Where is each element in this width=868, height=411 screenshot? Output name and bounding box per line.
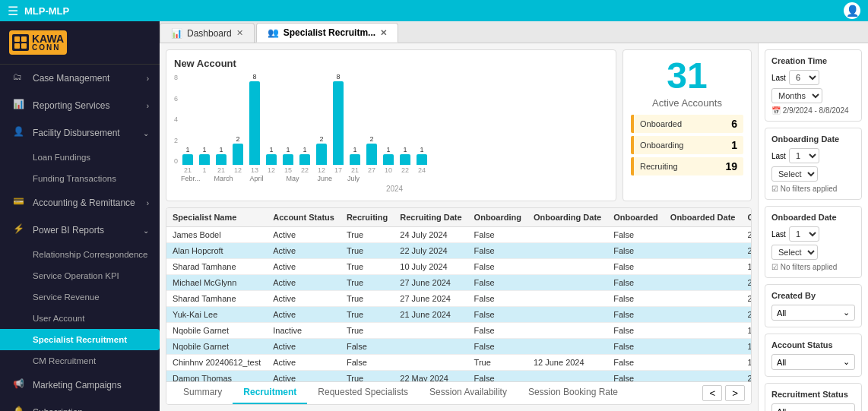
table-body: James Bodel Active True 24 July 2024 Fal… bbox=[166, 227, 751, 382]
sidebar-item-label: Reporting Services bbox=[33, 100, 109, 111]
top-bar-left: ☰ MLP-MLP bbox=[8, 4, 69, 18]
bottom-tab-summary[interactable]: Summary bbox=[173, 382, 233, 404]
onboarding-date-note: ☑ No filters applied bbox=[771, 185, 855, 193]
filter-created-by: Created By All ⌄ bbox=[765, 284, 862, 327]
filter-recruitment-status-title: Recruitment Status bbox=[771, 390, 855, 399]
sidebar-item-relationship-correspondence[interactable]: Relationship Correspondence bbox=[0, 244, 160, 265]
sidebar: KAWA CONN 🗂 Case Management › 📊 Reportin… bbox=[0, 21, 160, 411]
tab-dashboard-icon: 📊 bbox=[171, 28, 182, 39]
sidebar-item-label: CM Recruitment bbox=[33, 356, 96, 365]
chart-and-stats-row: New Account 8 6 4 2 0 bbox=[166, 49, 752, 201]
subscription-icon: 🔔 bbox=[13, 406, 27, 411]
col-account-status: Account Status bbox=[267, 208, 341, 227]
sidebar-item-user-account[interactable]: User Account bbox=[0, 308, 160, 329]
main-content: New Account 8 6 4 2 0 bbox=[160, 43, 868, 411]
tab-specialist-close[interactable]: ✕ bbox=[380, 28, 387, 38]
accounting-icon: 💳 bbox=[13, 196, 27, 210]
top-bar: ☰ MLP-MLP 👤 bbox=[0, 0, 868, 21]
hamburger-icon[interactable]: ☰ bbox=[8, 4, 18, 18]
col-onboarding-date: Onboarding Date bbox=[527, 208, 607, 227]
filter-created-by-title: Created By bbox=[771, 291, 855, 300]
chart-bar: 8 bbox=[248, 74, 261, 165]
table-row: Nqobile Garnet Active False False False … bbox=[166, 339, 751, 355]
account-status-dropdown[interactable]: All ⌄ bbox=[771, 354, 855, 370]
status-list: Onboarded 6 Onboarding 1 Recruiting 19 bbox=[631, 115, 743, 179]
bottom-tab-session-availability[interactable]: Session Availability bbox=[419, 382, 518, 404]
chart-bar: 1 bbox=[181, 146, 195, 165]
filter-creation-time-title: Creation Time bbox=[771, 56, 855, 65]
sidebar-item-service-operation-kpi[interactable]: Service Operation KPI bbox=[0, 265, 160, 286]
chart-bar: 1 bbox=[198, 146, 211, 165]
sidebar-item-facility-disbursement[interactable]: 👤 Facility Disbursement ⌄ bbox=[0, 119, 160, 147]
creation-time-unit-select[interactable]: Months bbox=[771, 88, 822, 103]
sidebar-item-label: Service Revenue bbox=[33, 292, 100, 302]
onboarded-date-note: ☑ No filters applied bbox=[771, 263, 855, 271]
table-row: Sharad Tamhane Active True 10 July 2024 … bbox=[166, 259, 751, 275]
col-specialist-name: Specialist Name bbox=[166, 208, 267, 227]
sidebar-item-cm-recruitment[interactable]: CM Recruitment bbox=[0, 350, 160, 371]
right-panel: Creation Time Last 6 Months 📅 2/9/2024 - bbox=[758, 43, 868, 411]
table-wrapper[interactable]: Specialist Name Account Status Recruitin… bbox=[166, 208, 751, 381]
table-row: Nqobile Garnet Inactive True False False… bbox=[166, 323, 751, 339]
chart-bar: 1 bbox=[382, 146, 395, 165]
chevron-down-icon: ⌄ bbox=[843, 406, 850, 411]
onboarded-date-unit-select[interactable]: Select bbox=[771, 245, 818, 260]
active-label: Active Accounts bbox=[652, 97, 722, 109]
chart-bar: 8 bbox=[331, 74, 345, 165]
pagination-prev[interactable]: < bbox=[702, 385, 722, 401]
bottom-tab-recruitment[interactable]: Recruitment bbox=[233, 382, 307, 404]
pagination-next[interactable]: > bbox=[725, 385, 745, 401]
sidebar-item-power-bi-reports[interactable]: ⚡ Power BI Reports ⌄ bbox=[0, 217, 160, 244]
status-onboarding: Onboarding 1 bbox=[631, 136, 743, 154]
chart-bar: 2 bbox=[365, 135, 379, 165]
chevron-down-icon: ⌄ bbox=[843, 308, 850, 318]
filter-recruitment-status: Recruitment Status All ⌄ bbox=[765, 383, 862, 411]
table-row: Chinhnv 20240612_test Active False True … bbox=[166, 355, 751, 371]
creation-time-value-select[interactable]: 6 bbox=[789, 70, 819, 85]
content-area: 📊 Dashboard ✕ 👥 Specialist Recruitm... ✕ bbox=[160, 21, 868, 411]
filter-onboarded-date-row: Last 1 Select bbox=[771, 226, 855, 260]
sidebar-item-case-management[interactable]: 🗂 Case Management › bbox=[0, 65, 160, 92]
bottom-tab-session-booking-rate[interactable]: Session Booking Rate bbox=[518, 382, 629, 404]
created-by-dropdown[interactable]: All ⌄ bbox=[771, 305, 855, 321]
logo-area: KAWA CONN bbox=[0, 21, 160, 65]
tab-dashboard[interactable]: 📊 Dashboard ✕ bbox=[160, 23, 255, 43]
bottom-tab-requested-specialists[interactable]: Requested Specialists bbox=[307, 382, 419, 404]
sidebar-item-label: Case Management bbox=[33, 73, 109, 84]
sidebar-item-accounting-remittance[interactable]: 💳 Accounting & Remittance › bbox=[0, 189, 160, 217]
tab-specialist-label: Specialist Recruitm... bbox=[284, 27, 375, 38]
sidebar-item-loan-fundings[interactable]: Loan Fundings bbox=[0, 147, 160, 168]
center-panel: New Account 8 6 4 2 0 bbox=[160, 43, 758, 411]
onboarded-date-value-select[interactable]: 1 bbox=[789, 226, 819, 242]
sidebar-item-funding-transactions[interactable]: Funding Transactions bbox=[0, 168, 160, 189]
col-onboarding: Onboarding bbox=[468, 208, 527, 227]
onboarding-date-unit-select[interactable]: Select bbox=[771, 166, 818, 182]
sidebar-item-label: Marketing Campaigns bbox=[33, 380, 122, 390]
onboarding-date-value-select[interactable]: 1 bbox=[789, 148, 819, 163]
table-section: Specialist Name Account Status Recruitin… bbox=[166, 207, 752, 405]
recruitment-status-dropdown[interactable]: All ⌄ bbox=[771, 403, 855, 411]
chevron-down-icon: ⌄ bbox=[143, 129, 149, 138]
col-onboarded-date: Onboarded Date bbox=[664, 208, 742, 227]
pagination: < > bbox=[702, 382, 745, 404]
tab-specialist-recruitment[interactable]: 👥 Specialist Recruitm... ✕ bbox=[256, 23, 398, 43]
filter-onboarding-date-title: Onboarding Date bbox=[771, 134, 855, 144]
filter-onboarded-date-title: Onboarded Date bbox=[771, 213, 855, 222]
sidebar-item-reporting-services[interactable]: 📊 Reporting Services › bbox=[0, 92, 160, 119]
col-created-date: Created Date bbox=[741, 208, 751, 227]
sidebar-item-label: Service Operation KPI bbox=[33, 271, 119, 280]
filter-account-status-title: Account Status bbox=[771, 340, 855, 349]
sidebar-item-service-revenue[interactable]: Service Revenue bbox=[0, 286, 160, 308]
stats-card: 31 Active Accounts Onboarded 6 Onboardin… bbox=[622, 49, 752, 201]
app-name: MLP-MLP bbox=[24, 5, 69, 17]
filter-creation-time-row: Last 6 Months bbox=[771, 70, 855, 103]
chart-bar: 1 bbox=[298, 146, 312, 165]
sidebar-item-specialist-recruitment[interactable]: Specialist Recruitment bbox=[0, 329, 160, 350]
chart-month-labels: Febr... March April May June July bbox=[181, 175, 608, 184]
sidebar-item-subscription[interactable]: 🔔 Subscription bbox=[0, 399, 160, 411]
user-avatar[interactable]: 👤 bbox=[844, 2, 860, 19]
tab-dashboard-close[interactable]: ✕ bbox=[236, 28, 243, 38]
chart-title: New Account bbox=[174, 58, 608, 69]
sidebar-item-marketing-campaigns[interactable]: 📢 Marketing Campaigns bbox=[0, 371, 160, 399]
chart-bar: 1 bbox=[348, 146, 362, 165]
